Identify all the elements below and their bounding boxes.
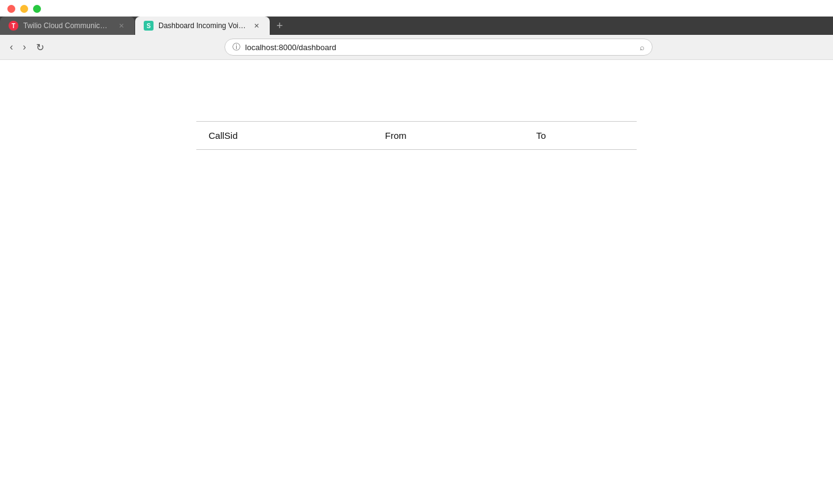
address-bar[interactable]: ⓘ localhost:8000/dashboard ⌕	[224, 39, 653, 56]
new-tab-button[interactable]: +	[270, 17, 289, 35]
table-container: CallSid From To	[196, 60, 637, 150]
calls-table: CallSid From To	[196, 121, 637, 150]
tab-dashboard-close[interactable]: ✕	[251, 21, 261, 31]
reload-icon: ↻	[36, 42, 44, 53]
search-icon: ⌕	[640, 43, 645, 52]
address-bar-wrapper: ⓘ localhost:8000/dashboard ⌕	[51, 39, 826, 56]
tab-twilio[interactable]: T Twilio Cloud Communications ✕	[0, 17, 135, 35]
maximize-button[interactable]	[33, 5, 41, 13]
column-callsid: CallSid	[196, 122, 373, 150]
tab-bar: T Twilio Cloud Communications ✕ S Dashbo…	[0, 17, 833, 35]
browser-chrome: T Twilio Cloud Communications ✕ S Dashbo…	[0, 0, 833, 60]
column-from: From	[373, 122, 524, 150]
dashboard-favicon: S	[144, 21, 154, 31]
minimize-button[interactable]	[20, 5, 28, 13]
forward-icon: ›	[23, 42, 26, 53]
tab-dashboard[interactable]: S Dashboard Incoming Voice Cal ✕	[135, 17, 270, 35]
table-header-row: CallSid From To	[196, 122, 637, 150]
twilio-favicon: T	[9, 21, 18, 31]
back-button[interactable]: ‹	[7, 40, 15, 54]
traffic-lights	[0, 0, 833, 17]
table-header: CallSid From To	[196, 122, 637, 150]
reload-button[interactable]: ↻	[34, 40, 46, 54]
page-content: CallSid From To	[0, 60, 833, 504]
security-icon: ⓘ	[232, 42, 240, 53]
back-icon: ‹	[10, 42, 13, 53]
address-bar-row: ‹ › ↻ ⓘ localhost:8000/dashboard ⌕	[0, 35, 833, 60]
tab-dashboard-title: Dashboard Incoming Voice Cal	[158, 21, 246, 30]
tab-twilio-title: Twilio Cloud Communications	[23, 21, 111, 30]
forward-button[interactable]: ›	[20, 40, 28, 54]
close-button[interactable]	[7, 5, 15, 13]
address-url: localhost:8000/dashboard	[245, 43, 635, 52]
column-to: To	[524, 122, 637, 150]
tab-twilio-close[interactable]: ✕	[116, 21, 126, 31]
